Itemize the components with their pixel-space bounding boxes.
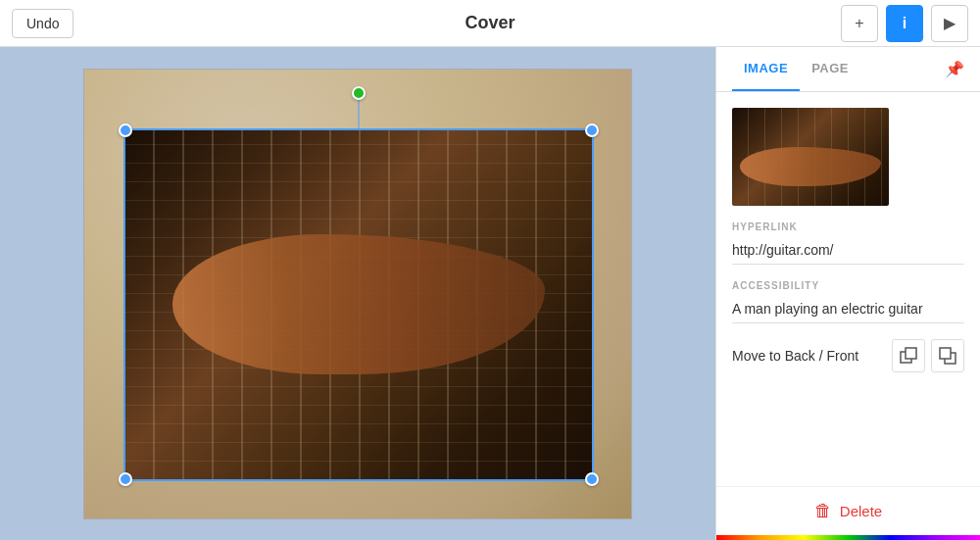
right-panel: IMAGE PAGE 📌 HYPERLINK ACCESSIBILITY Mov… — [715, 47, 980, 540]
hyperlink-label: HYPERLINK — [732, 221, 964, 232]
rainbow-bar — [716, 535, 980, 540]
add-button[interactable]: + — [841, 5, 878, 42]
delete-icon: 🗑 — [814, 501, 832, 521]
rotate-handle[interactable] — [352, 86, 366, 100]
svg-rect-1 — [906, 348, 916, 359]
page-title: Cover — [330, 13, 649, 33]
tab-image[interactable]: IMAGE — [732, 47, 800, 91]
move-row: Move to Back / Front — [732, 339, 964, 372]
accessibility-input[interactable] — [732, 297, 964, 323]
play-button[interactable]: ▶ — [931, 5, 968, 42]
image-thumbnail — [732, 108, 889, 206]
resize-handle-tr[interactable] — [585, 123, 599, 137]
selected-image[interactable] — [123, 128, 594, 481]
main-area: IMAGE PAGE 📌 HYPERLINK ACCESSIBILITY Mov… — [0, 47, 980, 540]
toolbar-left: Undo — [12, 9, 330, 38]
resize-handle-tl[interactable] — [119, 123, 132, 137]
resize-handle-br[interactable] — [585, 472, 599, 486]
page-canvas — [83, 69, 632, 519]
tab-page[interactable]: PAGE — [800, 47, 860, 91]
move-back-icon — [900, 347, 917, 365]
toolbar-right: + i ▶ — [650, 5, 968, 42]
hyperlink-input[interactable] — [732, 238, 964, 265]
move-front-icon — [939, 347, 956, 365]
move-front-button[interactable] — [931, 339, 964, 372]
move-back-button[interactable] — [892, 339, 925, 372]
svg-rect-3 — [940, 348, 951, 359]
delete-label: Delete — [840, 503, 882, 519]
panel-tabs: IMAGE PAGE 📌 — [716, 47, 980, 92]
toolbar: Undo Cover + i ▶ — [0, 0, 980, 47]
canvas-area — [0, 47, 715, 540]
move-label: Move to Back / Front — [732, 348, 886, 364]
info-button[interactable]: i — [886, 5, 923, 42]
delete-row[interactable]: 🗑 Delete — [716, 486, 980, 535]
accessibility-label: ACCESSIBILITY — [732, 280, 964, 291]
undo-button[interactable]: Undo — [12, 9, 74, 38]
guitar-photo — [125, 130, 592, 479]
panel-body: HYPERLINK ACCESSIBILITY Move to Back / F… — [716, 92, 980, 486]
resize-handle-bl[interactable] — [119, 472, 132, 486]
pin-icon[interactable]: 📌 — [945, 60, 964, 78]
